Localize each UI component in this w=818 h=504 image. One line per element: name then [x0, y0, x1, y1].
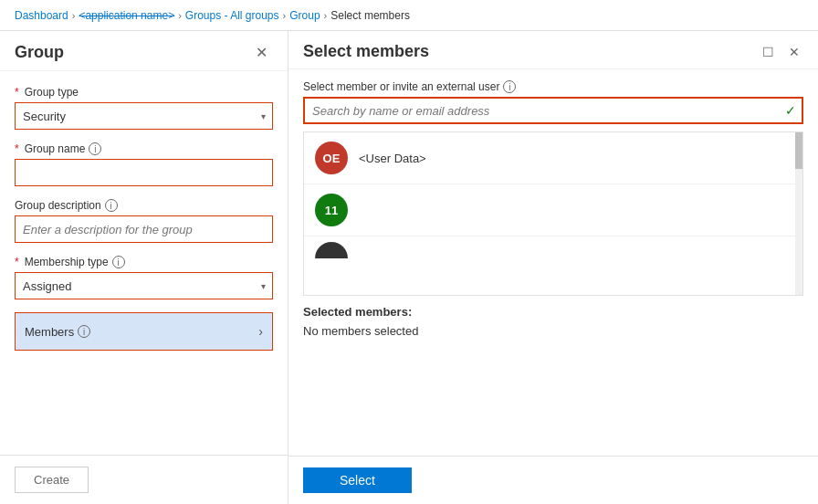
group-description-label: Group description i	[15, 199, 273, 212]
members-row-label: Members i	[25, 325, 90, 339]
scrollbar-track[interactable]	[795, 132, 802, 295]
membership-type-field: * Membership type i Assigned Dynamic Use…	[15, 256, 273, 299]
right-panel-actions: ☐ ✕	[759, 43, 803, 61]
group-name-required: *	[15, 142, 19, 155]
group-type-required: *	[15, 86, 19, 99]
right-panel-header: Select members ☐ ✕	[288, 31, 818, 69]
right-panel: Select members ☐ ✕ Select member or invi…	[288, 31, 818, 504]
breadcrumb-sep-1: ›	[72, 10, 76, 21]
avatar: 11	[315, 194, 348, 226]
breadcrumb-current: Select members	[330, 9, 410, 22]
avatar	[315, 242, 348, 258]
scrollbar-thumb[interactable]	[795, 132, 802, 169]
search-info-icon: i	[503, 80, 516, 93]
list-item[interactable]: OE <User Data>	[304, 132, 802, 184]
select-button[interactable]: Select	[303, 467, 412, 493]
selected-members-section: Selected members: No members selected	[303, 305, 803, 338]
breadcrumb-appname[interactable]: <application name>	[79, 9, 174, 22]
avatar: OE	[315, 142, 348, 174]
group-name-field: * Group name i	[15, 142, 273, 186]
group-description-info-icon: i	[105, 199, 118, 212]
members-label-text: Members	[25, 325, 74, 339]
members-info-icon: i	[78, 325, 90, 338]
breadcrumb-groups[interactable]: Groups - All groups	[185, 9, 279, 22]
breadcrumb-sep-4: ›	[324, 10, 328, 21]
members-chevron-right-icon: ›	[258, 324, 263, 339]
left-panel-header: Group ✕	[0, 31, 288, 71]
membership-type-select-wrapper: Assigned Dynamic User Dynamic Device ▾	[15, 272, 273, 299]
list-item[interactable]: 11	[304, 184, 802, 236]
membership-type-select[interactable]: Assigned Dynamic User Dynamic Device	[15, 272, 273, 299]
group-type-label-text: Group type	[25, 86, 79, 99]
group-name-input[interactable]	[15, 159, 273, 186]
create-button[interactable]: Create	[15, 467, 89, 493]
search-label-text: Select member or invite an external user	[303, 80, 499, 93]
group-description-label-text: Group description	[15, 199, 101, 212]
main-container: Group ✕ * Group type Security Microsoft …	[0, 31, 818, 504]
breadcrumb-sep-2: ›	[178, 10, 182, 21]
left-panel-content: * Group type Security Microsoft 365 ▾ * …	[0, 71, 288, 455]
user-name: <User Data>	[359, 152, 426, 165]
group-name-info-icon: i	[89, 142, 101, 155]
no-members-text: No members selected	[303, 324, 803, 338]
search-label: Select member or invite an external user…	[303, 80, 803, 93]
group-name-label-text: Group name	[25, 142, 86, 155]
right-panel-title: Select members	[303, 42, 429, 61]
membership-type-label-text: Membership type	[25, 256, 109, 268]
breadcrumb-dashboard[interactable]: Dashboard	[15, 9, 68, 22]
user-list: OE <User Data> 11	[303, 131, 803, 296]
left-panel: Group ✕ * Group type Security Microsoft …	[0, 31, 288, 504]
selected-members-label: Selected members:	[303, 305, 803, 319]
right-panel-maximize-button[interactable]: ☐	[759, 43, 778, 61]
left-panel-close-button[interactable]: ✕	[250, 42, 273, 63]
group-description-field: Group description i	[15, 199, 273, 243]
breadcrumb-sep-3: ›	[283, 10, 287, 21]
search-input[interactable]	[303, 97, 803, 124]
membership-type-info-icon: i	[112, 256, 125, 268]
left-footer: Create	[0, 455, 288, 504]
breadcrumb: Dashboard › <application name> › Groups …	[0, 0, 818, 31]
avatar-initials: OE	[323, 152, 341, 165]
group-type-field: * Group type Security Microsoft 365 ▾	[15, 86, 273, 130]
right-panel-close-button[interactable]: ✕	[785, 43, 803, 61]
search-wrapper: ✓	[303, 97, 803, 124]
list-item[interactable]	[304, 236, 802, 258]
group-type-select-wrapper: Security Microsoft 365 ▾	[15, 102, 273, 130]
group-type-label: * Group type	[15, 86, 273, 99]
group-type-select[interactable]: Security Microsoft 365	[15, 102, 273, 130]
membership-type-required: *	[15, 256, 19, 268]
left-panel-title: Group	[15, 43, 64, 62]
search-check-icon: ✓	[785, 103, 796, 118]
membership-type-label: * Membership type i	[15, 256, 273, 268]
group-name-label: * Group name i	[15, 142, 273, 155]
right-panel-content: Select member or invite an external user…	[288, 69, 818, 456]
members-row[interactable]: Members i ›	[15, 312, 273, 351]
avatar-initials: 11	[325, 204, 338, 217]
group-description-input[interactable]	[15, 215, 273, 243]
search-section: Select member or invite an external user…	[303, 80, 803, 124]
breadcrumb-group[interactable]: Group	[289, 9, 320, 22]
right-footer: Select	[288, 456, 818, 504]
